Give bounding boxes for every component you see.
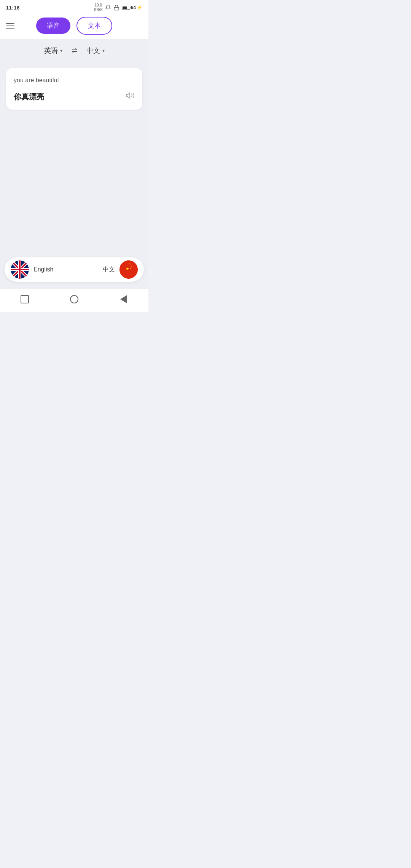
status-time: 11:16 xyxy=(6,5,20,11)
battery-icon xyxy=(122,6,130,10)
source-language-button[interactable]: 英语 ▾ xyxy=(41,45,65,57)
bell-icon xyxy=(105,5,111,11)
svg-rect-13 xyxy=(119,260,138,279)
target-lang-chevron-icon: ▾ xyxy=(102,48,105,53)
svg-rect-11 xyxy=(11,269,29,270)
translated-text: 你真漂亮 xyxy=(14,91,44,102)
swap-languages-icon[interactable]: ⇌ xyxy=(72,46,77,55)
chinese-lang-button[interactable]: 中文 xyxy=(74,260,138,279)
source-lang-chevron-icon: ▾ xyxy=(60,48,62,53)
menu-button[interactable] xyxy=(6,23,14,29)
english-label: English xyxy=(33,266,53,273)
chinese-label: 中文 xyxy=(103,266,115,274)
nav-square-button[interactable] xyxy=(19,294,30,305)
speaker-icon[interactable] xyxy=(126,91,135,102)
triangle-icon xyxy=(120,295,127,303)
bottom-navigation xyxy=(0,289,148,312)
uk-flag-icon xyxy=(11,260,29,279)
status-bar: 11:16 10.0KB/S 64 ⚡ xyxy=(0,0,148,14)
battery-fill xyxy=(123,6,127,9)
nav-back-button[interactable] xyxy=(118,294,129,305)
language-selector: 英语 ▾ ⇌ 中文 ▾ xyxy=(0,39,148,62)
bottom-language-bar: English 中文 xyxy=(5,257,144,282)
status-icons: 10.0KB/S 64 ⚡ xyxy=(94,3,142,12)
translation-card: you are beautiful 你真漂亮 xyxy=(6,68,142,110)
english-lang-button[interactable]: English xyxy=(11,260,74,279)
network-speed: 10.0KB/S xyxy=(94,3,103,12)
charging-icon: ⚡ xyxy=(137,5,142,10)
voice-tab[interactable]: 语音 xyxy=(36,18,70,34)
bottom-lang-area: English 中文 xyxy=(0,257,148,289)
battery: 64 ⚡ xyxy=(122,5,142,10)
svg-marker-1 xyxy=(126,93,130,98)
target-language-label: 中文 xyxy=(86,46,100,55)
target-language-button[interactable]: 中文 ▾ xyxy=(83,45,108,57)
square-icon xyxy=(21,295,29,303)
source-text: you are beautiful xyxy=(14,76,135,85)
header: 语音 文本 xyxy=(0,14,148,39)
china-flag-icon xyxy=(119,260,138,279)
translation-row: 你真漂亮 xyxy=(14,91,135,102)
nav-home-button[interactable] xyxy=(69,294,80,305)
text-tab[interactable]: 文本 xyxy=(76,17,112,35)
battery-level: 64 xyxy=(131,5,136,10)
menu-line-3 xyxy=(6,28,14,29)
lock-icon xyxy=(113,5,119,11)
source-language-label: 英语 xyxy=(44,46,58,55)
main-content: you are beautiful 你真漂亮 xyxy=(0,62,148,257)
menu-line-1 xyxy=(6,23,14,24)
svg-rect-0 xyxy=(114,7,119,10)
circle-icon xyxy=(70,295,78,303)
menu-line-2 xyxy=(6,26,14,26)
